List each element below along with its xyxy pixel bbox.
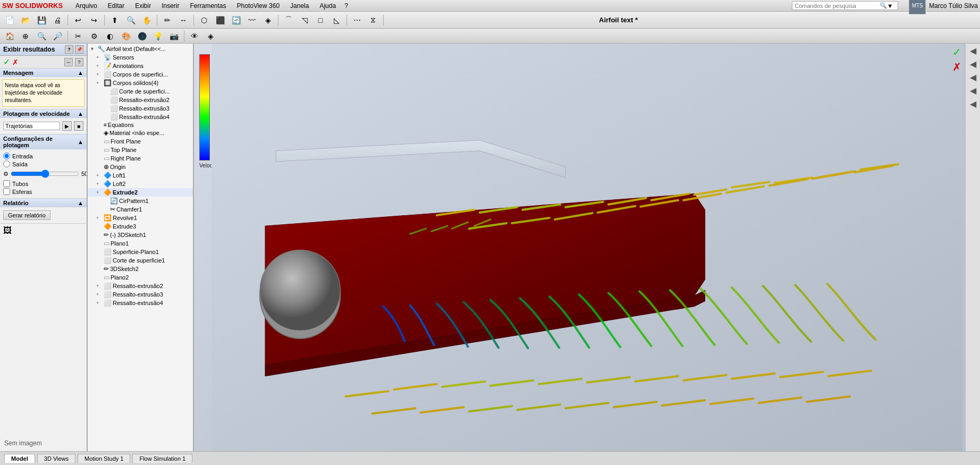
results-header[interactable]: Exibir resultados ? 📌 — [0, 44, 87, 56]
tab-flow[interactable]: Flow Simulation 1 — [132, 454, 192, 463]
tree-item-corte-sup1[interactable]: ⬜ Corte de superficie1 — [88, 256, 193, 265]
right-edge-icon-1[interactable]: ◀ — [967, 46, 979, 56]
count-slider[interactable] — [11, 170, 79, 178]
tree-item-extrude3[interactable]: 🔶 Extrude3 — [88, 222, 193, 231]
viewport-icon[interactable]: 🖼 — [0, 224, 87, 238]
open-btn[interactable]: 📂 — [18, 13, 33, 27]
fillet-btn[interactable]: ⌒ — [281, 13, 296, 27]
smart-dim-btn[interactable]: ↔ — [176, 13, 191, 27]
tree-item-plano2[interactable]: ▭ Plano2 — [88, 273, 193, 282]
tree-item-3dsketch1[interactable]: ✏ (-) 3DSketch1 — [88, 231, 193, 239]
tree-item-ressalto-ext2[interactable]: + ⬜ Ressalto-extrusão2 — [88, 282, 193, 290]
viewport-accept-btn[interactable]: ✓ — [952, 46, 961, 58]
search-bar[interactable]: 🔍 ▼ — [792, 1, 898, 10]
appearance-btn[interactable]: 🎨 — [119, 29, 133, 43]
tree-item-right-plane[interactable]: ▭ Right Plane — [88, 154, 193, 163]
print-btn[interactable]: 🖨 — [50, 13, 65, 27]
saida-radio[interactable] — [3, 160, 10, 167]
shell-btn[interactable]: □ — [313, 13, 328, 27]
tree-panel[interactable]: ▼ 🔧 Airfoil text (Default<<... + 📡 Senso… — [88, 44, 194, 451]
accept-btn[interactable]: ✓ — [3, 57, 10, 67]
menu-photoview[interactable]: PhotoView 360 — [235, 1, 282, 11]
play-btn[interactable]: ▶ — [62, 121, 72, 131]
realview-btn[interactable]: 💡 — [150, 29, 165, 43]
undo-btn[interactable]: ↩ — [71, 13, 86, 27]
report-header[interactable]: Relatório ▲ — [0, 199, 87, 207]
tree-item-revolve1[interactable]: + 🔁 Revolve1 — [88, 214, 193, 222]
search-dropdown-icon[interactable]: ▼ — [887, 3, 893, 9]
save-btn[interactable]: 💾 — [34, 13, 49, 27]
esferas-checkbox[interactable] — [3, 188, 10, 195]
tab-motion[interactable]: Motion Study 1 — [78, 454, 130, 463]
menu-ajuda[interactable]: Ajuda — [317, 1, 338, 11]
tab-model[interactable]: Model — [4, 454, 35, 463]
feature-btn[interactable]: ⬡ — [197, 13, 212, 27]
tab-3dviews[interactable]: 3D Views — [37, 454, 75, 463]
tree-item-ressalto2[interactable]: ⬜ Ressalto-extrusão2 — [88, 96, 193, 104]
trajectory-select[interactable]: Trajetórias — [3, 122, 60, 130]
tree-item-extrude2[interactable]: + 🔶 Extrude2 — [88, 188, 193, 197]
tree-item-ressalto-ext4[interactable]: + ⬜ Ressalto-extrusão4 — [88, 299, 193, 307]
tree-item-corpos-superficie[interactable]: + ⬜ Corpos de superfici... — [88, 70, 193, 79]
help-btn[interactable]: ? — [75, 58, 83, 66]
section-view-btn[interactable]: ✂ — [71, 29, 86, 43]
tree-item-front-plane[interactable]: ▭ Front Plane — [88, 137, 193, 146]
tubes-checkbox[interactable] — [3, 180, 10, 187]
tree-item-annotations[interactable]: + 📝 Annotations — [88, 62, 193, 70]
draft-btn[interactable]: ◺ — [329, 13, 344, 27]
viewport-cancel-btn[interactable]: ✗ — [952, 61, 961, 73]
entrada-radio[interactable] — [3, 153, 10, 159]
view-settings-btn[interactable]: ⚙ — [87, 29, 102, 43]
tree-item-plano1[interactable]: ▭ Plano1 — [88, 239, 193, 248]
tree-item-material[interactable]: ◈ Material <não espe... — [88, 129, 193, 137]
view-fit-btn[interactable]: ⊕ — [18, 29, 33, 43]
new-btn[interactable]: 📄 — [2, 13, 17, 27]
pin-btn[interactable]: 📌 — [75, 45, 83, 54]
loft-btn[interactable]: ◈ — [260, 13, 275, 27]
extrude-btn[interactable]: ⬛ — [213, 13, 227, 27]
menu-exibir[interactable]: Exibir — [133, 1, 153, 11]
mirror-btn[interactable]: ⧖ — [366, 13, 381, 27]
right-edge-icon-2[interactable]: ◀ — [967, 59, 979, 69]
tree-item-sensors[interactable]: + 📡 Sensors — [88, 53, 193, 62]
tree-item-top-plane[interactable]: ▭ Top Plane — [88, 146, 193, 154]
message-header[interactable]: Mensagem ▲ — [0, 69, 87, 77]
sketch-btn[interactable]: ✏ — [160, 13, 175, 27]
redo-btn[interactable]: ↪ — [87, 13, 102, 27]
tree-item-equations[interactable]: = Equations — [88, 121, 193, 129]
zoom-btn[interactable]: 🔍 — [123, 13, 138, 27]
tree-item-chamfer1[interactable]: ✂ Chamfer1 — [88, 205, 193, 214]
display-btn[interactable]: ◐ — [103, 29, 117, 43]
menu-ferramentas[interactable]: Ferramentas — [188, 1, 229, 11]
tree-item-cirpattern1[interactable]: 🔄 CirPattern1 — [88, 197, 193, 205]
cancel-btn[interactable]: ✗ — [12, 58, 19, 66]
tree-item-corpos-solidos[interactable]: + 🔲 Corpos sólidos(4) — [88, 79, 193, 87]
viewport[interactable]: 285.474 263.515 241.555 219.595 197.636 … — [194, 44, 980, 451]
search-input[interactable] — [795, 3, 880, 9]
velocity-header[interactable]: Plotagem de velocidade ▲ — [0, 109, 87, 118]
select-btn[interactable]: ⬆ — [107, 13, 122, 27]
right-edge-icon-3[interactable]: ◀ — [967, 72, 979, 82]
menu-janela[interactable]: Janela — [288, 1, 311, 11]
tree-item-ressalto-ext3[interactable]: + ⬜ Ressalto-extrusão3 — [88, 290, 193, 299]
pattern-btn[interactable]: ⋯ — [350, 13, 365, 27]
photo-view-btn[interactable]: 📷 — [166, 29, 181, 43]
tree-item-ressalto4[interactable]: ⬜ Ressalto-extrusão4 — [88, 113, 193, 121]
tree-item-corte-sup[interactable]: ⬜ Corte de superfici... — [88, 87, 193, 96]
scene-btn[interactable]: 🌑 — [134, 29, 149, 43]
tree-item-loft1[interactable]: + 🔷 Loft1 — [88, 171, 193, 180]
transparency-btn[interactable]: ◈ — [203, 29, 218, 43]
menu-arquivo[interactable]: Arquivo — [73, 1, 99, 11]
hide-show-btn[interactable]: 👁 — [187, 29, 202, 43]
tree-item-superficie-plano1[interactable]: ⬜ Superficie-Plano1 — [88, 248, 193, 256]
pan-btn[interactable]: ✋ — [139, 13, 154, 27]
collapse-btn[interactable]: ? — [65, 45, 73, 54]
view-orient-btn[interactable]: 🏠 — [2, 29, 17, 43]
minimize-btn[interactable]: ─ — [64, 58, 73, 66]
tree-item-origin[interactable]: ⊕ Origin — [88, 163, 193, 171]
tree-item-loft2[interactable]: + 🔷 Loft2 — [88, 180, 193, 188]
menu-inserir[interactable]: Inserir — [159, 1, 181, 11]
menu-editar[interactable]: Editar — [106, 1, 126, 11]
tree-root-item[interactable]: ▼ 🔧 Airfoil text (Default<<... — [88, 45, 193, 53]
zoom-in-btn[interactable]: 🔍 — [34, 29, 49, 43]
